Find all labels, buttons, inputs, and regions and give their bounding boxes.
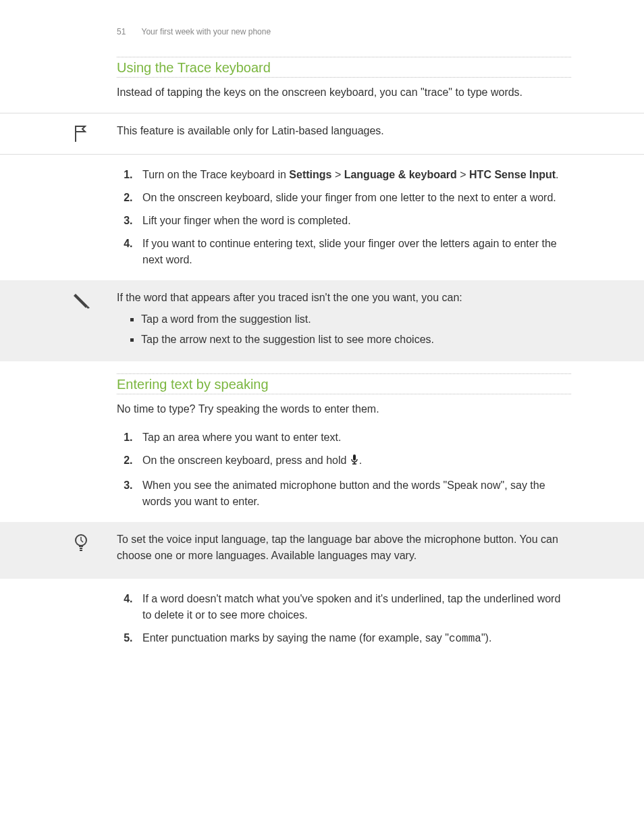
trace-intro: Instead of tapping the keys on the onscr… <box>117 84 571 101</box>
section-heading-trace: Using the Trace keyboard <box>117 57 571 78</box>
running-header: 51 Your first week with your new phone <box>117 27 571 36</box>
note-intro: If the word that appears after you trace… <box>117 290 571 306</box>
trace-step-2: On the onscreen keyboard, slide your fin… <box>136 190 571 206</box>
speak-steps-b: If a word doesn't match what you've spok… <box>117 591 571 647</box>
speak-step-3: When you see the animated microphone but… <box>136 477 571 510</box>
microphone-icon <box>350 454 359 471</box>
trace-step-1: Turn on the Trace keyboard in Settings >… <box>136 167 571 183</box>
tip-text: To set the voice input language, tap the… <box>117 531 571 564</box>
speak-step-1: Tap an area where you want to enter text… <box>136 429 571 446</box>
pencil-icon <box>73 290 117 310</box>
trace-steps: Turn on the Trace keyboard in Settings >… <box>117 167 571 268</box>
speak-step-2: On the onscreen keyboard, press and hold… <box>136 452 571 471</box>
callout-flag: This feature is available only for Latin… <box>0 113 644 155</box>
header-section-title: Your first week with your new phone <box>141 27 271 36</box>
speak-step-5: Enter punctuation marks by saying the na… <box>136 630 571 647</box>
flag-icon <box>73 123 117 143</box>
speak-intro: No time to type? Try speaking the words … <box>117 401 571 417</box>
page-number: 51 <box>117 27 126 36</box>
note-bullet-2: Tap the arrow next to the suggestion lis… <box>141 332 571 348</box>
callout-note: If the word that appears after you trace… <box>0 280 644 361</box>
lightbulb-icon <box>73 531 117 553</box>
note-bullets: Tap a word from the suggestion list. Tap… <box>117 311 571 348</box>
svg-rect-0 <box>353 454 356 461</box>
manual-page: 51 Your first week with your new phone U… <box>0 0 644 834</box>
speak-step-4: If a word doesn't match what you've spok… <box>136 591 571 623</box>
speak-steps-a: Tap an area where you want to enter text… <box>117 429 571 510</box>
flag-note-text: This feature is available only for Latin… <box>117 123 571 139</box>
note-bullet-1: Tap a word from the suggestion list. <box>141 311 571 328</box>
trace-step-4: If you want to continue entering text, s… <box>136 236 571 268</box>
callout-tip: To set the voice input language, tap the… <box>0 522 644 579</box>
section-heading-speak: Entering text by speaking <box>117 373 571 394</box>
trace-step-3: Lift your finger when the word is comple… <box>136 213 571 229</box>
